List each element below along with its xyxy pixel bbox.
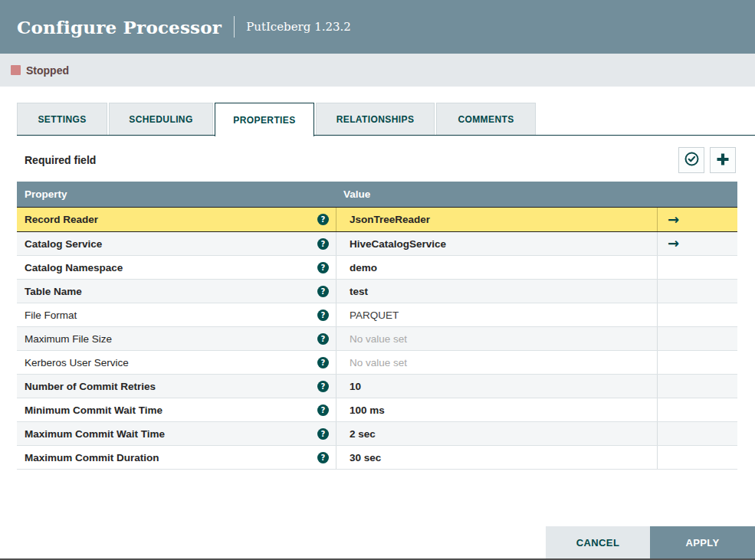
table-row[interactable]: Record Reader ? JsonTreeReader → xyxy=(17,207,737,232)
property-value: 100 ms xyxy=(350,404,385,416)
table-row[interactable]: Maximum Commit Duration ? 30 sec → xyxy=(17,446,737,470)
dialog-footer: CANCEL APPLY xyxy=(546,526,755,558)
status-bar: Stopped xyxy=(0,54,755,87)
plus-icon xyxy=(715,152,730,169)
table-row[interactable]: Maximum File Size ? No value set → xyxy=(17,327,737,351)
property-name: Maximum Commit Wait Time xyxy=(25,428,165,440)
cancel-button[interactable]: CANCEL xyxy=(546,526,650,558)
table-row[interactable]: Table Name ? test → xyxy=(17,280,737,303)
property-name: Maximum File Size xyxy=(25,333,112,345)
properties-table: Property Value Record Reader ? JsonTreeR… xyxy=(17,182,737,470)
question-circle-icon[interactable]: ? xyxy=(317,333,329,345)
question-circle-icon[interactable]: ? xyxy=(317,309,329,321)
table-row[interactable]: File Format ? PARQUET → xyxy=(17,303,737,327)
stop-square-icon xyxy=(11,65,21,75)
property-value: 10 xyxy=(350,381,361,392)
property-name: Record Reader xyxy=(25,214,98,225)
table-row[interactable]: Catalog Service ? HiveCatalogService → xyxy=(17,232,737,256)
dialog-title: Configure Processor xyxy=(17,17,222,38)
table-row[interactable]: Minimum Commit Wait Time ? 100 ms → xyxy=(17,398,737,422)
question-circle-icon[interactable]: ? xyxy=(317,381,329,392)
property-value: PARQUET xyxy=(350,309,399,321)
go-to-service-icon[interactable]: → xyxy=(668,213,679,227)
processor-name-version: PutIceberg 1.23.2 xyxy=(246,20,351,34)
go-to-service-icon[interactable]: → xyxy=(668,237,679,251)
property-name: Table Name xyxy=(25,286,82,297)
property-name: Maximum Commit Duration xyxy=(25,452,159,463)
question-circle-icon[interactable]: ? xyxy=(317,262,329,273)
table-header: Property Value xyxy=(17,182,737,207)
property-value: test xyxy=(350,286,368,297)
configure-processor-dialog: Configure Processor PutIceberg 1.23.2 St… xyxy=(0,0,755,560)
property-value: demo xyxy=(350,262,377,273)
column-header-value: Value xyxy=(336,188,657,200)
circle-check-icon xyxy=(684,151,700,169)
question-circle-icon[interactable]: ? xyxy=(317,404,329,416)
verify-properties-button[interactable] xyxy=(678,147,704,173)
status-label: Stopped xyxy=(26,64,69,77)
table-body: Record Reader ? JsonTreeReader → Catalog… xyxy=(17,207,737,470)
property-value: 2 sec xyxy=(350,428,376,440)
property-name: Minimum Commit Wait Time xyxy=(25,404,162,416)
question-circle-icon[interactable]: ? xyxy=(317,214,329,225)
tab-comments[interactable]: COMMENTS xyxy=(436,103,536,135)
dialog-header: Configure Processor PutIceberg 1.23.2 xyxy=(0,0,755,54)
table-row[interactable]: Number of Commit Retries ? 10 → xyxy=(17,375,737,398)
properties-toolbar xyxy=(678,147,736,173)
property-value: No value set xyxy=(350,333,407,345)
tab-settings[interactable]: SETTINGS xyxy=(17,103,107,135)
property-name: File Format xyxy=(25,309,77,321)
table-row[interactable]: Catalog Namespace ? demo → xyxy=(17,256,737,280)
property-name: Number of Commit Retries xyxy=(25,381,156,392)
required-field-legend: Required field xyxy=(25,154,96,166)
question-circle-icon[interactable]: ? xyxy=(317,452,329,463)
apply-button[interactable]: APPLY xyxy=(650,526,755,558)
property-value: 30 sec xyxy=(350,452,381,463)
property-name: Catalog Namespace xyxy=(25,262,123,273)
add-property-button[interactable] xyxy=(710,147,736,173)
property-value: JsonTreeReader xyxy=(350,214,430,225)
title-divider xyxy=(234,16,235,38)
property-name: Catalog Service xyxy=(25,238,102,250)
property-name: Kerberos User Service xyxy=(25,357,129,368)
property-value: HiveCatalogService xyxy=(350,238,446,250)
question-circle-icon[interactable]: ? xyxy=(317,286,329,297)
question-circle-icon[interactable]: ? xyxy=(317,428,329,440)
table-row[interactable]: Maximum Commit Wait Time ? 2 sec → xyxy=(17,422,737,446)
tab-scheduling[interactable]: SCHEDULING xyxy=(109,103,213,135)
property-value: No value set xyxy=(350,357,407,368)
tab-relationships[interactable]: RELATIONSHIPS xyxy=(316,103,435,135)
question-circle-icon[interactable]: ? xyxy=(317,238,329,250)
tab-properties[interactable]: PROPERTIES xyxy=(215,103,314,136)
table-row[interactable]: Kerberos User Service ? No value set → xyxy=(17,351,737,375)
question-circle-icon[interactable]: ? xyxy=(317,357,329,368)
column-header-property: Property xyxy=(17,188,336,200)
tab-bar: SETTINGS SCHEDULING PROPERTIES RELATIONS… xyxy=(17,103,755,136)
